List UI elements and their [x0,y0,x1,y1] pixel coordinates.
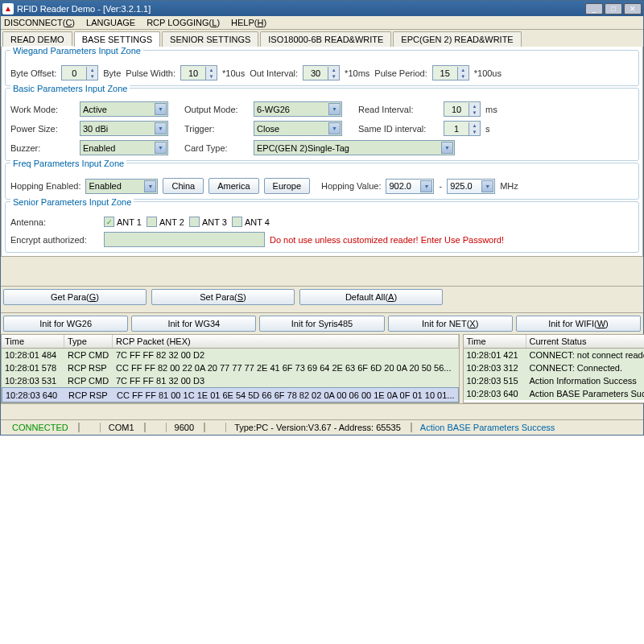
hopping-low-select[interactable]: 902.0▼ [386,179,434,194]
same-id-label: Same ID interval: [358,124,439,134]
up-icon[interactable]: ▲ [328,67,339,73]
table-row[interactable]: 10:28:03 531RCP CMD7C FF FF 81 32 00 D3 [2,374,459,387]
content-area: Wiegand Parameters Input Zone Byte Offse… [1,47,643,257]
chevron-down-icon: ▼ [328,122,341,134]
work-mode-select[interactable]: Active▼ [80,101,168,117]
read-interval-spinner[interactable]: ▲▼ [444,101,481,117]
hopping-sep: - [439,181,442,191]
out-interval-label: Out Interval: [250,68,298,78]
menu-disconnect[interactable]: DISCONNECT(C) [4,18,75,27]
pulse-period-label: Pulse Period: [374,68,427,78]
maximize-button[interactable]: □ [605,3,622,14]
up-icon[interactable]: ▲ [457,67,469,73]
up-icon[interactable]: ▲ [86,67,97,73]
close-button[interactable]: ✕ [624,3,642,14]
init-net-button[interactable]: Init for NET(X) [388,316,513,332]
status-log-body[interactable]: 10:28:01 421CONNECT: not connect reader,… [464,349,645,400]
init-wg26-button[interactable]: Init for WG26 [3,316,128,332]
read-interval-label: Read Interval: [358,105,439,114]
minimize-button[interactable]: _ [585,3,603,14]
app-window: ▲ RFID Reader Demo - [Ver:3.2.1.1] _ □ ✕… [0,0,644,436]
hopping-enabled-select[interactable]: Enabled▼ [85,179,158,194]
europe-button[interactable]: Europe [264,178,310,194]
pulse-period-spinner[interactable]: ▲▼ [432,65,469,80]
freq-title: Freq Parameters Input Zone [10,159,126,168]
encrypt-label: Encrypt authorized: [10,235,99,245]
check-icon: ✓ [147,217,157,227]
col-status[interactable]: Current Status [526,335,645,348]
down-icon[interactable]: ▼ [205,73,217,80]
menu-language[interactable]: LANGUAGE [86,18,135,27]
table-row[interactable]: 10:28:01 484RCP CMD7C FF FF 82 32 00 D2 [2,349,459,361]
out-interval-spinner[interactable]: ▲▼ [303,65,340,80]
menu-help[interactable]: HELP(H) [231,18,266,27]
china-button[interactable]: China [163,178,204,194]
ant3-checkbox[interactable]: ✓ANT 3 [189,217,227,227]
down-icon[interactable]: ▼ [328,73,339,80]
rcp-log-body[interactable]: 10:28:01 484RCP CMD7C FF FF 82 32 00 D21… [2,349,459,402]
ant4-checkbox[interactable]: ✓ANT 4 [232,217,270,227]
chevron-down-icon: ▼ [144,180,156,192]
rcp-log-table: Time Type RCP Packet (HEX) 10:28:01 484R… [1,334,460,403]
up-icon[interactable]: ▲ [469,103,480,109]
pulse-width-spinner[interactable]: ▲▼ [180,65,217,80]
init-wg34-button[interactable]: Init for WG34 [131,316,256,332]
encrypt-warning: Do not use unless customized reader! Ent… [270,235,504,245]
table-row[interactable]: 10:28:03 312CONNECT: Connected. [464,361,645,374]
buzzer-label: Buzzer: [10,143,75,153]
tab-senior-settings[interactable]: SENIOR SETTINGS [162,31,258,47]
hopping-high-select[interactable]: 925.0▼ [447,179,495,194]
out-interval-unit: *10ms [345,68,369,78]
rcp-log-head: Time Type RCP Packet (HEX) [2,335,459,349]
menu-rcp-logging[interactable]: RCP LOGGING(L) [147,18,220,27]
table-row[interactable]: 10:28:03 640Action BASE Parameters Succe… [464,387,645,400]
tab-base-settings[interactable]: BASE SETTINGS [74,31,160,47]
trigger-select[interactable]: Close▼ [254,121,342,136]
chevron-down-icon: ▼ [155,103,167,115]
down-icon[interactable]: ▼ [469,109,480,116]
table-row[interactable]: 10:28:03 640RCP RSPCC FF FF 81 00 1C 1E … [2,387,459,402]
down-icon[interactable]: ▼ [457,73,469,80]
init-buttons-row: Init for WG26 Init for WG34 Init for Syr… [1,312,643,334]
byte-unit: Byte [103,68,121,78]
output-mode-select[interactable]: 6-WG26▼ [254,101,342,117]
col-time[interactable]: Time [464,335,526,348]
buzzer-select[interactable]: Enabled▼ [80,140,168,155]
table-row[interactable]: 10:28:03 515Action Information Success [464,374,645,387]
trigger-label: Trigger: [184,124,249,134]
antenna-label: Antenna: [10,217,99,227]
table-row[interactable]: 10:28:01 578RCP RSPCC FF FF 82 00 22 0A … [2,361,459,374]
up-icon[interactable]: ▲ [469,122,480,129]
encrypt-input[interactable] [104,232,265,247]
byte-offset-spinner[interactable]: ▲▼ [61,65,98,80]
init-syris485-button[interactable]: Init for Syris485 [259,316,384,332]
log-area: Time Type RCP Packet (HEX) 10:28:01 484R… [1,334,643,403]
same-id-spinner[interactable]: ▲▼ [444,121,481,136]
america-button[interactable]: America [208,178,258,194]
default-all-button[interactable]: Default All(A) [299,289,443,305]
card-type-select[interactable]: EPC(GEN 2)Single-Tag▼ [254,140,455,155]
tab-epc-gen2[interactable]: EPC(GEN 2) READ&WRITE [393,31,521,47]
tab-read-demo[interactable]: READ DEMO [2,31,72,47]
col-type[interactable]: Type [64,335,113,348]
status-log-table: Time Current Status 10:28:01 421CONNECT:… [463,334,645,403]
set-para-button[interactable]: Set Para(S) [151,289,295,305]
power-size-select[interactable]: 30 dBi▼ [80,121,168,136]
down-icon[interactable]: ▼ [86,73,97,80]
col-hex[interactable]: RCP Packet (HEX) [113,335,459,348]
ant1-checkbox[interactable]: ✓ANT 1 [104,217,142,227]
up-icon[interactable]: ▲ [205,67,217,73]
ant2-checkbox[interactable]: ✓ANT 2 [147,217,184,227]
init-wifi-button[interactable]: Init for WIFI(W) [516,316,641,332]
col-time[interactable]: Time [2,335,64,348]
check-icon: ✓ [189,217,200,227]
table-row[interactable]: 10:28:01 421CONNECT: not connect reader,… [464,349,645,361]
check-icon: ✓ [232,217,242,227]
byte-offset-label: Byte Offset: [10,68,56,78]
get-para-button[interactable]: Get Para(G) [3,289,147,305]
pulse-width-unit: *10us [222,68,245,78]
freq-fieldset: Freq Parameters Input Zone Hopping Enabl… [5,163,639,200]
down-icon[interactable]: ▼ [469,129,480,135]
tab-iso18000[interactable]: ISO18000-6B READ&WRITE [260,31,391,47]
statusbar: CONNECTED COM1 9600 Type:PC - Version:V3… [1,419,643,435]
